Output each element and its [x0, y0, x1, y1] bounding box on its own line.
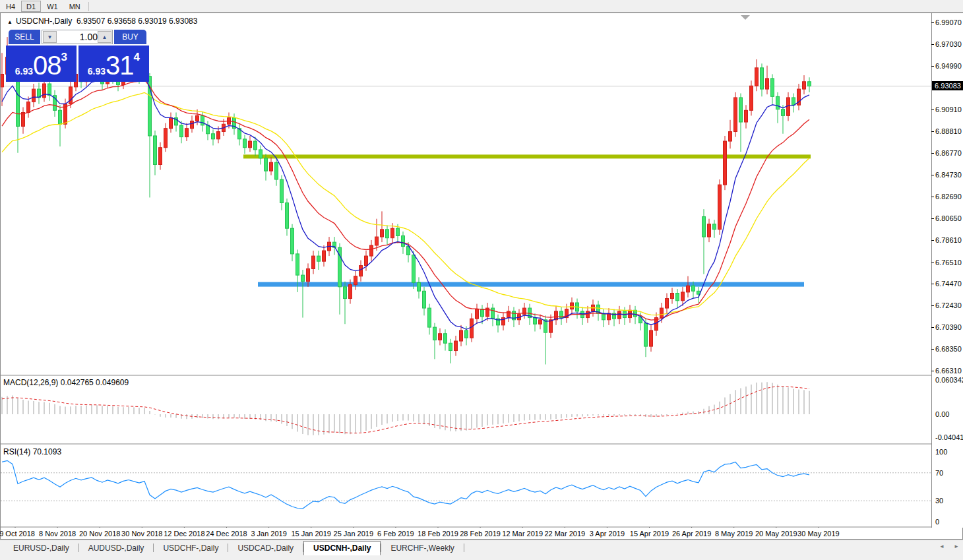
price-axis-tick — [931, 44, 934, 45]
candle-body — [433, 327, 437, 340]
price-axis-label: 6.94990 — [935, 62, 962, 70]
volume-spinner: ▼ ▲ — [42, 30, 113, 44]
sell-price-button[interactable]: 6.93083 — [6, 46, 77, 82]
candle-body — [644, 323, 648, 346]
tab-usdchf-daily[interactable]: USDCHF-,Daily — [154, 542, 228, 556]
candle-body — [164, 129, 168, 148]
chart-canvas — [1, 13, 931, 528]
candle-body — [602, 313, 606, 320]
candle-body — [317, 256, 321, 261]
price-axis-tick — [931, 153, 934, 154]
price-axis-tick — [931, 131, 934, 132]
candle-body — [739, 98, 743, 122]
candle-body — [708, 224, 711, 237]
sell-button[interactable]: SELL — [9, 30, 40, 44]
candle-body — [291, 228, 294, 254]
price-axis-label: 6.76510 — [935, 259, 962, 266]
price-axis-tick — [931, 263, 934, 263]
buy-price-prefix: 6.93 — [88, 66, 106, 77]
macd-axis-label: 0.060342 — [935, 376, 963, 384]
candle-body — [465, 330, 468, 338]
candle-body — [370, 245, 373, 256]
date-axis-label: 15 Apr 2019 — [630, 530, 669, 538]
candle-body — [724, 141, 727, 185]
candle-body — [154, 136, 157, 165]
candle-body — [681, 292, 685, 301]
timeframe-button-h4[interactable]: H4 — [1, 1, 20, 12]
candle-body — [718, 185, 722, 230]
macd-values: 0.042765 0.049609 — [61, 378, 129, 387]
candle-body — [460, 330, 463, 341]
one-click-trading-panel: SELL ▼ ▲ BUY 6.93083 6.93314 — [6, 30, 149, 82]
candle-body — [1, 74, 4, 86]
buy-price-sup: 4 — [134, 51, 140, 63]
volume-input[interactable] — [58, 31, 98, 43]
candle-body — [217, 132, 220, 139]
candle-body — [259, 150, 263, 158]
rsi-axis-label: 30 — [935, 497, 943, 505]
candle-body — [159, 148, 162, 165]
candle-body — [671, 294, 674, 299]
candle-body — [491, 308, 495, 319]
candle-body — [771, 78, 774, 96]
tab-audusd-daily[interactable]: AUDUSD-,Daily — [79, 542, 154, 556]
candle-body — [423, 291, 426, 308]
candle-body — [286, 203, 289, 229]
candle-body — [439, 334, 442, 340]
volume-decrease-button[interactable]: ▼ — [43, 31, 57, 43]
candle-body — [761, 68, 764, 89]
tab-eurchf-weekly[interactable]: EURCHF-,Weekly — [381, 542, 463, 556]
price-axis[interactable]: 6.93083 6.990706.970306.949906.909106.88… — [931, 13, 963, 528]
candle-body — [470, 319, 474, 338]
tab-scroll-left-icon[interactable]: ◄ — [939, 544, 945, 549]
candle-body — [476, 309, 479, 319]
price-axis-tick — [931, 371, 934, 371]
price-axis-tick — [931, 349, 934, 350]
candle-body — [660, 308, 664, 318]
candle-body — [354, 276, 357, 285]
current-price-badge: 6.93083 — [932, 81, 963, 90]
collapse-panel-icon[interactable]: ▲ — [7, 19, 13, 25]
date-axis-label: 22 Mar 2019 — [544, 530, 585, 538]
candle-body — [449, 343, 452, 350]
candle-body — [22, 113, 25, 127]
buy-button[interactable]: BUY — [114, 30, 146, 44]
tab-eurusd-daily[interactable]: EURUSD-,Daily — [4, 542, 78, 556]
date-axis-label: 6 Feb 2019 — [377, 530, 414, 538]
timeframe-button-w1[interactable]: W1 — [42, 1, 63, 12]
rsi-axis-label: 70 — [935, 469, 943, 477]
candle-body — [270, 162, 273, 171]
price-axis-label: 6.88810 — [935, 127, 962, 135]
tab-usdcnh-daily[interactable]: USDCNH-,Daily — [303, 541, 381, 555]
rsi-value: 70.1093 — [33, 447, 61, 456]
candle-body — [745, 110, 748, 122]
candle-body — [776, 96, 780, 109]
price-axis-tick — [931, 218, 934, 219]
tab-scroll-arrows: ◄ ► — [931, 544, 959, 549]
sell-price-sup: 3 — [61, 51, 67, 63]
rsi-label: RSI(14) 70.1093 — [3, 447, 61, 456]
price-axis-label: 6.97030 — [935, 40, 962, 48]
macd-label: MACD(12,26,9) 0.042765 0.049609 — [3, 378, 129, 387]
candle-body — [307, 268, 310, 281]
candle-body — [264, 158, 268, 171]
volume-increase-button[interactable]: ▲ — [98, 31, 111, 43]
tab-scroll-right-icon[interactable]: ► — [954, 544, 959, 549]
candle-body — [549, 320, 553, 332]
candle-body — [301, 275, 305, 282]
price-axis-label: 6.68350 — [935, 345, 962, 353]
timeframe-button-mn[interactable]: MN — [64, 1, 86, 12]
price-axis-tick — [931, 240, 934, 241]
tab-usdcad-daily[interactable]: USDCAD-,Daily — [228, 542, 303, 556]
chart-window: ▲USDCNH-,Daily 6.93507 6.93658 6.93019 6… — [0, 13, 963, 540]
date-axis-label: 20 Nov 2018 — [79, 530, 120, 538]
price-axis-tick — [931, 66, 934, 67]
buy-price-button[interactable]: 6.93314 — [78, 46, 149, 82]
price-axis-tick — [931, 22, 934, 23]
price-axis-label: 6.80650 — [935, 214, 962, 222]
price-axis-label: 6.90910 — [935, 106, 962, 113]
candle-body — [185, 129, 189, 137]
timeframe-button-d1[interactable]: D1 — [21, 1, 41, 12]
candle-body — [27, 102, 30, 112]
date-axis-label: 12 Mar 2019 — [502, 530, 543, 538]
